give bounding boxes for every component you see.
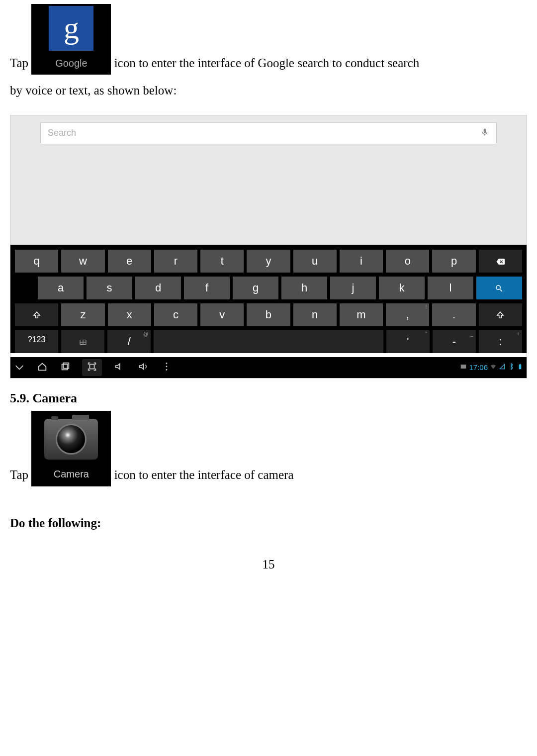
svg-rect-5 — [90, 364, 94, 369]
status-wifi-icon — [490, 363, 497, 372]
search-area: Search — [10, 115, 527, 245]
key-i[interactable]: i — [340, 250, 383, 273]
key-u[interactable]: u — [293, 250, 337, 273]
key-slash[interactable]: /@ — [107, 330, 151, 353]
key-j[interactable]: j — [330, 277, 376, 299]
key-d[interactable]: d — [135, 277, 181, 299]
key-spacebar[interactable] — [154, 330, 383, 353]
key-v[interactable]: v — [200, 303, 244, 326]
tap-text: Tap — [10, 56, 28, 70]
key-k[interactable]: k — [379, 277, 425, 299]
key-backspace[interactable] — [479, 250, 522, 273]
section-title-camera: 5.9. Camera — [10, 391, 527, 406]
nav-more-icon[interactable] — [161, 361, 173, 374]
kb-row-4: ?123 /@ '" -_ :+ — [13, 330, 524, 353]
paragraph-camera: Tap Camera icon to enter the interface o… — [10, 411, 527, 486]
on-screen-keyboard: q w e r t y u i o p a s d f g h j k l — [10, 245, 527, 353]
key-r[interactable]: r — [154, 250, 197, 273]
nav-screenshot-icon[interactable] — [82, 359, 102, 376]
status-image-icon — [460, 363, 467, 372]
do-following-heading: Do the following: — [10, 516, 527, 530]
search-placeholder: Search — [48, 128, 480, 138]
key-p[interactable]: p — [432, 250, 475, 273]
status-bar: 17:06 — [460, 363, 524, 372]
svg-rect-10 — [519, 365, 522, 369]
key-search[interactable] — [476, 277, 522, 299]
key-z[interactable]: z — [61, 303, 104, 326]
google-search-screenshot: Search q w e r t y u i o p a s — [10, 115, 527, 378]
status-signal-icon — [499, 363, 506, 372]
key-c[interactable]: c — [154, 303, 197, 326]
tap-text-after: icon to enter the interface of Google se… — [114, 56, 420, 70]
key-period[interactable]: . — [432, 303, 475, 326]
svg-point-6 — [166, 363, 168, 364]
key-mode-switch[interactable]: ?123 — [15, 330, 58, 353]
svg-rect-11 — [520, 364, 521, 365]
key-f[interactable]: f — [184, 277, 230, 299]
tap-text-2: Tap — [10, 468, 28, 481]
search-bar[interactable]: Search — [40, 122, 497, 144]
key-t[interactable]: t — [200, 250, 244, 273]
google-icon-label: Google — [55, 54, 88, 73]
key-x[interactable]: x — [108, 303, 151, 326]
key-dash[interactable]: -_ — [433, 330, 476, 353]
key-shift-left[interactable] — [15, 303, 58, 326]
nav-hide-icon[interactable] — [13, 361, 25, 374]
kb-row-1: q w e r t y u i o p — [13, 250, 524, 273]
nav-volume-down-icon[interactable] — [113, 361, 126, 374]
key-s[interactable]: s — [87, 277, 132, 299]
key-colon[interactable]: :+ — [479, 330, 522, 353]
microphone-icon[interactable] — [480, 126, 489, 140]
status-time: 17:06 — [469, 363, 488, 372]
page-number: 15 — [10, 558, 527, 571]
key-apostrophe[interactable]: '" — [386, 330, 430, 353]
camera-icon-label: Camera — [54, 465, 89, 483]
kb-row-3: z x c v b n m ,! . — [13, 303, 524, 326]
key-l[interactable]: l — [428, 277, 473, 299]
kb-row-2: a s d f g h j k l — [13, 277, 524, 299]
status-bluetooth-icon — [508, 363, 515, 372]
key-y[interactable]: y — [247, 250, 290, 273]
key-q[interactable]: q — [15, 250, 58, 273]
key-e[interactable]: e — [108, 250, 151, 273]
google-app-icon: g Google — [31, 4, 111, 75]
key-h[interactable]: h — [281, 277, 327, 299]
status-battery-icon — [517, 363, 524, 372]
key-o[interactable]: o — [386, 250, 429, 273]
key-comma[interactable]: ,! — [386, 303, 429, 326]
nav-home-icon[interactable] — [36, 361, 48, 374]
key-shift-right[interactable] — [479, 303, 522, 326]
nav-recent-icon[interactable] — [59, 361, 71, 374]
nav-volume-up-icon[interactable] — [137, 361, 150, 374]
paragraph-google-line2: by voice or text, as shown below: — [10, 79, 527, 102]
key-a[interactable]: a — [38, 277, 84, 299]
paragraph-google: Tap g Google icon to enter the interface… — [10, 4, 527, 75]
svg-rect-9 — [461, 365, 466, 369]
svg-point-8 — [166, 369, 168, 370]
key-n[interactable]: n — [293, 303, 337, 326]
key-b[interactable]: b — [247, 303, 290, 326]
svg-rect-3 — [62, 364, 68, 370]
key-language[interactable] — [61, 330, 104, 353]
key-w[interactable]: w — [61, 250, 104, 273]
camera-app-icon: Camera — [31, 411, 111, 486]
tap-text-2-after: icon to enter the interface of camera — [114, 468, 294, 481]
key-m[interactable]: m — [340, 303, 383, 326]
svg-rect-4 — [63, 363, 69, 368]
svg-point-7 — [166, 366, 168, 367]
android-navbar: 17:06 — [10, 357, 527, 378]
key-g[interactable]: g — [233, 277, 278, 299]
